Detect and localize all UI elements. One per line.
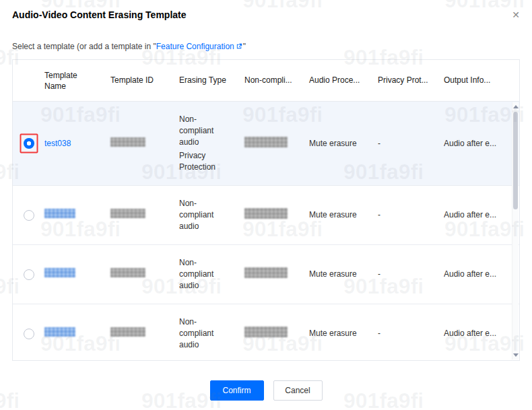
privacy-protection-cell: - <box>378 209 444 221</box>
radio-cell <box>13 269 44 280</box>
output-info-cell: Audio after e... <box>444 328 514 339</box>
redacted-template-id <box>110 268 145 277</box>
non-compliant-cell <box>244 208 309 222</box>
template-id-cell <box>110 209 179 221</box>
confirm-button[interactable]: Confirm <box>210 380 264 401</box>
column-header-output-info: Output Info... <box>444 75 514 86</box>
scroll-up-arrow-icon[interactable] <box>513 105 519 108</box>
template-table: Template Name Template ID Erasing Type N… <box>12 59 520 361</box>
redacted-non-compliant-value <box>244 327 288 337</box>
output-info-cell: Audio after e... <box>444 138 514 149</box>
erasing-type-value: Non-compliant audio <box>179 316 228 351</box>
audio-processing-cell: Mute erasure <box>309 138 378 149</box>
table-header-row: Template Name Template ID Erasing Type N… <box>13 60 519 102</box>
radio-button[interactable] <box>24 329 34 339</box>
column-header-template-name: Template Name <box>44 70 110 92</box>
radio-button[interactable] <box>24 210 34 221</box>
redacted-template-name <box>44 327 75 337</box>
table-row[interactable]: Non-compliant audio Mute erasure - Audio… <box>13 245 519 304</box>
subtitle-prefix: Select a template (or add a template in … <box>12 42 156 51</box>
redacted-template-name <box>44 268 75 277</box>
table-row[interactable]: Non-compliant audio Mute erasure - Audio… <box>13 304 519 360</box>
erasing-type-cell: Non-compliant audio <box>179 314 244 353</box>
table-scrollbar[interactable] <box>512 102 519 360</box>
radio-button[interactable] <box>24 269 34 280</box>
non-compliant-cell <box>244 267 309 281</box>
redacted-template-name <box>44 209 75 218</box>
close-icon[interactable]: ✕ <box>512 9 520 20</box>
redacted-non-compliant-value <box>244 267 288 278</box>
template-name-link[interactable]: test038 <box>44 139 71 148</box>
template-name-cell <box>44 327 110 340</box>
cancel-button[interactable]: Cancel <box>273 380 323 401</box>
erasing-type-cell: Non-compliant audio <box>179 196 244 234</box>
audio-processing-cell: Mute erasure <box>309 209 378 221</box>
column-header-privacy-protection: Privacy Prot... <box>378 75 444 86</box>
erasing-type-cell: Non-compliant audioPrivacy Protection <box>179 112 244 175</box>
table-row[interactable]: Non-compliant audio Mute erasure - Audio… <box>13 186 519 245</box>
erasing-type-value: Privacy Protection <box>179 150 228 173</box>
scroll-down-arrow-icon[interactable] <box>513 353 519 357</box>
table-row[interactable]: test038 Non-compliant audioPrivacy Prote… <box>13 102 519 186</box>
erasing-type-value: Non-compliant audio <box>179 198 228 232</box>
radio-cell <box>13 210 44 221</box>
feature-configuration-link[interactable]: Feature Configuration <box>156 42 243 51</box>
privacy-protection-cell: - <box>378 138 444 149</box>
column-header-erasing-type: Erasing Type <box>179 75 244 86</box>
table-body: test038 Non-compliant audioPrivacy Prote… <box>13 102 519 360</box>
output-info-cell: Audio after e... <box>444 269 514 280</box>
radio-button[interactable] <box>24 138 34 149</box>
audio-processing-cell: Mute erasure <box>309 328 378 339</box>
column-header-audio-processing: Audio Proce... <box>309 75 378 86</box>
audio-processing-cell: Mute erasure <box>309 269 378 280</box>
radio-cell <box>13 329 44 339</box>
dialog-footer: Confirm Cancel <box>0 380 532 401</box>
erasing-type-value: Non-compliant audio <box>179 257 228 292</box>
template-name-cell <box>44 209 110 221</box>
column-header-template-id: Template ID <box>110 75 179 86</box>
privacy-protection-cell: - <box>378 328 444 339</box>
privacy-protection-cell: - <box>378 269 444 280</box>
erasing-type-value: Non-compliant audio <box>179 114 228 148</box>
redacted-template-id <box>110 209 145 218</box>
erasing-type-cell: Non-compliant audio <box>179 255 244 294</box>
radio-cell <box>13 138 44 149</box>
page-title: Audio-Video Content Erasing Template <box>12 9 520 20</box>
template-id-cell <box>110 137 179 150</box>
template-name-cell <box>44 268 110 281</box>
dialog-header: Audio-Video Content Erasing Template ✕ <box>12 9 520 20</box>
scrollbar-thumb[interactable] <box>513 112 518 209</box>
redacted-template-id <box>110 327 145 337</box>
redacted-non-compliant-value <box>244 137 288 147</box>
column-header-non-compliant: Non-compli... <box>244 75 309 86</box>
subtitle: Select a template (or add a template in … <box>12 42 246 52</box>
redacted-non-compliant-value <box>244 208 288 219</box>
output-info-cell: Audio after e... <box>444 209 514 221</box>
non-compliant-cell <box>244 137 309 151</box>
template-id-cell <box>110 327 179 340</box>
template-id-cell <box>110 268 179 281</box>
non-compliant-cell <box>244 327 309 341</box>
subtitle-suffix: " <box>243 42 246 51</box>
external-link-icon <box>236 42 243 52</box>
redacted-template-id <box>110 137 145 147</box>
template-name-cell: test038 <box>44 138 110 149</box>
